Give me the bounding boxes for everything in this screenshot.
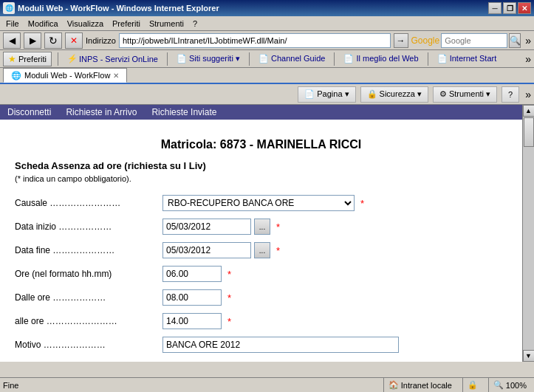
back-button[interactable]: ◀ bbox=[3, 32, 21, 49]
data-inizio-picker[interactable]: ... bbox=[254, 219, 270, 235]
ie-toolbar: 📄 Pagina ▾ 🔒 Sicurezza ▾ ⚙ Strumenti ▾ ?… bbox=[0, 84, 534, 105]
content-wrapper: Disconnetti Richieste in Arrivo Richiest… bbox=[0, 105, 534, 362]
fav-inps[interactable]: ⚡ INPS - Servizi OnLine bbox=[64, 52, 161, 65]
title-bar: 🌐 Moduli Web - WorkFlow - Windows Intern… bbox=[0, 0, 534, 16]
address-bar: ◀ ▶ ↻ ✕ Indirizzo → Google 🔍 » bbox=[0, 31, 534, 50]
data-fine-input[interactable] bbox=[162, 242, 251, 258]
security-icon: 🔒 bbox=[367, 89, 377, 99]
menu-view[interactable]: Visualizza bbox=[63, 18, 108, 30]
motivo-row: Motivo ………………… bbox=[15, 336, 507, 354]
menu-favorites[interactable]: Preferiti bbox=[108, 18, 145, 30]
forward-button[interactable]: ▶ bbox=[24, 32, 41, 49]
zoom-icon: 🔍 bbox=[493, 380, 504, 390]
search-bar: Google 🔍 bbox=[411, 33, 521, 48]
nav-richieste-arrivo[interactable]: Richieste in Arrivo bbox=[66, 107, 137, 117]
address-input[interactable] bbox=[119, 33, 391, 48]
search-button[interactable]: 🔍 bbox=[509, 33, 521, 48]
window-title: Moduli Web - WorkFlow - Windows Internet… bbox=[18, 4, 219, 13]
ore-input[interactable] bbox=[162, 266, 222, 282]
title-bar-buttons: ─ ❐ ✕ bbox=[488, 2, 531, 14]
separator3 bbox=[249, 52, 250, 66]
ore-label: Ore (nel formato hh.mm) bbox=[15, 269, 162, 279]
menu-bar: File Modifica Visualizza Preferiti Strum… bbox=[0, 16, 534, 31]
scroll-down-button[interactable]: ▼ bbox=[523, 350, 535, 362]
help-button[interactable]: ? bbox=[502, 86, 519, 103]
data-fine-picker[interactable]: ... bbox=[254, 242, 270, 258]
extend-fav-button[interactable]: » bbox=[525, 53, 531, 65]
tools-button[interactable]: ⚙ Strumenti ▾ bbox=[433, 86, 497, 103]
zone-section: 🏠 Intranet locale bbox=[383, 378, 456, 393]
extend-button[interactable]: » bbox=[525, 35, 531, 47]
extend-toolbar-button[interactable]: » bbox=[525, 89, 531, 100]
dalle-ore-label: Dalle ore ……………… bbox=[15, 292, 162, 303]
data-fine-field: ... * bbox=[162, 242, 280, 258]
alle-ore-field: * bbox=[162, 313, 231, 329]
submit-area: Ad approvazione bbox=[15, 361, 507, 362]
menu-tools[interactable]: Strumenti bbox=[145, 18, 188, 30]
nav-disconnetti[interactable]: Disconnetti bbox=[7, 107, 51, 117]
minimize-button[interactable]: ─ bbox=[488, 2, 502, 14]
motivo-label: Motivo ………………… bbox=[15, 340, 162, 350]
favorites-button[interactable]: ★ Preferiti bbox=[3, 52, 52, 66]
scroll-up-button[interactable]: ▲ bbox=[523, 105, 535, 117]
favorites-bar: ★ Preferiti ⚡ INPS - Servizi OnLine 📄 Si… bbox=[0, 50, 534, 68]
separator4 bbox=[334, 52, 335, 66]
inps-icon: ⚡ bbox=[67, 54, 78, 63]
alle-ore-row: alle ore …………………… * bbox=[15, 312, 507, 330]
data-inizio-label: Data inizio ……………… bbox=[15, 221, 162, 232]
dalle-ore-input[interactable] bbox=[162, 289, 222, 306]
data-inizio-row: Data inizio ……………… ... * bbox=[15, 218, 507, 235]
scroll-thumb[interactable] bbox=[524, 117, 534, 147]
alle-ore-label: alle ore …………………… bbox=[15, 316, 162, 326]
data-inizio-field: ... * bbox=[162, 219, 280, 235]
restore-button[interactable]: ❐ bbox=[503, 2, 516, 14]
close-button[interactable]: ✕ bbox=[518, 2, 531, 14]
form-title: Scheda Assenza ad ore (richiesta su I Li… bbox=[15, 160, 507, 171]
data-inizio-input[interactable] bbox=[162, 219, 251, 235]
tools-icon: ⚙ bbox=[439, 89, 447, 99]
zone-label: Intranet locale bbox=[401, 381, 452, 390]
browser-tab[interactable]: 🌐 Moduli Web - WorkFlow ✕ bbox=[3, 68, 127, 83]
dalle-ore-required: * bbox=[227, 292, 231, 303]
security-button[interactable]: 🔒 Sicurezza ▾ bbox=[360, 86, 428, 103]
menu-edit[interactable]: Modifica bbox=[24, 18, 63, 30]
security-label: Sicurezza ▾ bbox=[380, 89, 422, 99]
search-input[interactable] bbox=[441, 33, 507, 48]
ore-required: * bbox=[227, 269, 231, 280]
status-right: 🏠 Intranet locale 🔒 🔍 100% bbox=[383, 378, 531, 393]
stop-button[interactable]: ✕ bbox=[65, 32, 83, 49]
security-zone: 🔒 bbox=[462, 378, 482, 393]
tab-close-button[interactable]: ✕ bbox=[113, 72, 119, 80]
fav-channel[interactable]: 📄 Channel Guide bbox=[256, 52, 328, 65]
dalle-ore-field: * bbox=[162, 289, 231, 306]
data-fine-required: * bbox=[276, 245, 280, 256]
motivo-input[interactable] bbox=[162, 337, 399, 353]
causale-row: Causale …………………… RBO-RECUPERO BANCA ORE … bbox=[15, 194, 507, 212]
scroll-track[interactable] bbox=[523, 117, 535, 350]
status-text: Fine bbox=[3, 381, 18, 390]
separator bbox=[58, 52, 58, 66]
go-button[interactable]: → bbox=[394, 33, 408, 48]
causale-field: RBO-RECUPERO BANCA ORE MAL-MALATTIA FER-… bbox=[162, 195, 364, 211]
causale-required: * bbox=[360, 198, 364, 209]
page-button[interactable]: 📄 Pagina ▾ bbox=[298, 86, 355, 103]
data-fine-row: Data fine ………………… ... * bbox=[15, 241, 507, 259]
motivo-field bbox=[162, 337, 399, 353]
page-title: Matricola: 6873 - MARINELLA RICCI bbox=[15, 138, 507, 151]
fav-internet-start[interactable]: 📄 Internet Start bbox=[434, 52, 500, 65]
scrollbar-right[interactable]: ▲ ▼ bbox=[522, 105, 534, 362]
menu-help[interactable]: ? bbox=[188, 18, 202, 30]
causale-select[interactable]: RBO-RECUPERO BANCA ORE MAL-MALATTIA FER-… bbox=[162, 195, 355, 211]
dalle-ore-row: Dalle ore ……………… * bbox=[15, 289, 507, 306]
lock-icon: 🔒 bbox=[468, 380, 478, 390]
main-content: Disconnetti Richieste in Arrivo Richiest… bbox=[0, 105, 522, 362]
alle-ore-input[interactable] bbox=[162, 313, 222, 329]
ore-field: * bbox=[162, 266, 231, 282]
menu-file[interactable]: File bbox=[1, 18, 24, 30]
address-label: Indirizzo bbox=[86, 36, 116, 45]
fav-siti[interactable]: 📄 Siti suggeriti ▾ bbox=[174, 52, 243, 65]
refresh-button[interactable]: ↻ bbox=[44, 32, 62, 49]
nav-richieste-inviate[interactable]: Richieste Inviate bbox=[151, 107, 216, 117]
fav-meglio[interactable]: 📄 Il meglio del Web bbox=[340, 52, 421, 65]
status-bar: Fine 🏠 Intranet locale 🔒 🔍 100% bbox=[0, 377, 534, 392]
